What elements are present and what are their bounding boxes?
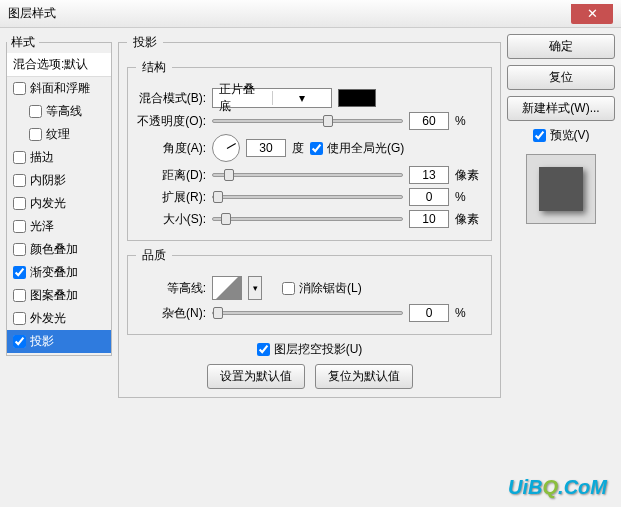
style-check[interactable] — [13, 243, 26, 256]
distance-unit: 像素 — [455, 167, 483, 184]
spread-input[interactable] — [409, 188, 449, 206]
blend-options-header[interactable]: 混合选项:默认 — [7, 53, 111, 77]
knockout-check[interactable]: 图层挖空投影(U) — [127, 341, 492, 358]
distance-input[interactable] — [409, 166, 449, 184]
distance-slider[interactable] — [212, 173, 403, 177]
style-check[interactable] — [13, 312, 26, 325]
preview-box — [526, 154, 596, 224]
structure-legend: 结构 — [136, 59, 172, 76]
close-button[interactable]: ✕ — [571, 4, 613, 24]
quality-legend: 品质 — [136, 247, 172, 264]
style-item-satin[interactable]: 光泽 — [7, 215, 111, 238]
size-label: 大小(S): — [136, 211, 206, 228]
distance-label: 距离(D): — [136, 167, 206, 184]
opacity-unit: % — [455, 114, 483, 128]
style-check[interactable] — [13, 220, 26, 233]
preview-swatch — [539, 167, 583, 211]
style-item-contour[interactable]: 等高线 — [7, 100, 111, 123]
window-title: 图层样式 — [8, 5, 56, 22]
contour-dropdown[interactable]: ▾ — [248, 276, 262, 300]
styles-legend: 样式 — [7, 34, 39, 51]
shadow-color-swatch[interactable] — [338, 89, 376, 107]
chevron-down-icon: ▾ — [272, 91, 332, 105]
style-check[interactable] — [13, 82, 26, 95]
style-check[interactable] — [13, 151, 26, 164]
style-item-inner-shadow[interactable]: 内阴影 — [7, 169, 111, 192]
spread-label: 扩展(R): — [136, 189, 206, 206]
styles-panel: 样式 混合选项:默认 斜面和浮雕 等高线 纹理 描边 内阴影 内发光 光泽 颜色… — [6, 34, 112, 501]
ok-button[interactable]: 确定 — [507, 34, 615, 59]
contour-label: 等高线: — [136, 280, 206, 297]
spread-unit: % — [455, 190, 483, 204]
style-item-color-overlay[interactable]: 颜色叠加 — [7, 238, 111, 261]
style-check[interactable] — [13, 174, 26, 187]
opacity-input[interactable] — [409, 112, 449, 130]
styles-list: 混合选项:默认 斜面和浮雕 等高线 纹理 描边 内阴影 内发光 光泽 颜色叠加 … — [7, 53, 111, 353]
size-slider[interactable] — [212, 217, 403, 221]
angle-input[interactable] — [246, 139, 286, 157]
reset-default-button[interactable]: 复位为默认值 — [315, 364, 413, 389]
settings-legend: 投影 — [127, 34, 163, 51]
size-input[interactable] — [409, 210, 449, 228]
style-item-texture[interactable]: 纹理 — [7, 123, 111, 146]
make-default-button[interactable]: 设置为默认值 — [207, 364, 305, 389]
settings-panel: 投影 结构 混合模式(B): 正片叠底▾ 不透明度(O): % — [118, 34, 501, 501]
opacity-label: 不透明度(O): — [136, 113, 206, 130]
noise-slider[interactable] — [212, 311, 403, 315]
right-panel: 确定 复位 新建样式(W)... 预览(V) — [507, 34, 615, 501]
cancel-button[interactable]: 复位 — [507, 65, 615, 90]
new-style-button[interactable]: 新建样式(W)... — [507, 96, 615, 121]
style-item-outer-glow[interactable]: 外发光 — [7, 307, 111, 330]
size-unit: 像素 — [455, 211, 483, 228]
style-item-bevel[interactable]: 斜面和浮雕 — [7, 77, 111, 100]
quality-group: 品质 等高线: ▾ 消除锯齿(L) 杂色(N): % — [127, 247, 492, 335]
structure-group: 结构 混合模式(B): 正片叠底▾ 不透明度(O): % 角度(A): — [127, 59, 492, 241]
style-item-gradient-overlay[interactable]: 渐变叠加 — [7, 261, 111, 284]
antialias-check[interactable]: 消除锯齿(L) — [282, 280, 362, 297]
watermark: UiBQ.CoM — [508, 476, 607, 499]
preview-check[interactable]: 预览(V) — [533, 127, 590, 144]
global-light-check[interactable]: 使用全局光(G) — [310, 140, 404, 157]
style-item-inner-glow[interactable]: 内发光 — [7, 192, 111, 215]
style-check[interactable] — [13, 266, 26, 279]
style-check[interactable] — [13, 289, 26, 302]
blend-mode-combo[interactable]: 正片叠底▾ — [212, 88, 332, 108]
angle-label: 角度(A): — [136, 140, 206, 157]
opacity-slider[interactable] — [212, 119, 403, 123]
spread-slider[interactable] — [212, 195, 403, 199]
style-check[interactable] — [29, 105, 42, 118]
style-check[interactable] — [13, 197, 26, 210]
noise-input[interactable] — [409, 304, 449, 322]
style-item-pattern-overlay[interactable]: 图案叠加 — [7, 284, 111, 307]
style-check[interactable] — [29, 128, 42, 141]
angle-unit: 度 — [292, 140, 304, 157]
style-check[interactable] — [13, 335, 26, 348]
noise-unit: % — [455, 306, 483, 320]
angle-dial[interactable] — [212, 134, 240, 162]
titlebar: 图层样式 ✕ — [0, 0, 621, 28]
style-item-drop-shadow[interactable]: 投影 — [7, 330, 111, 353]
noise-label: 杂色(N): — [136, 305, 206, 322]
main-area: 样式 混合选项:默认 斜面和浮雕 等高线 纹理 描边 内阴影 内发光 光泽 颜色… — [0, 28, 621, 507]
blend-mode-label: 混合模式(B): — [136, 90, 206, 107]
style-item-stroke[interactable]: 描边 — [7, 146, 111, 169]
contour-preview[interactable] — [212, 276, 242, 300]
